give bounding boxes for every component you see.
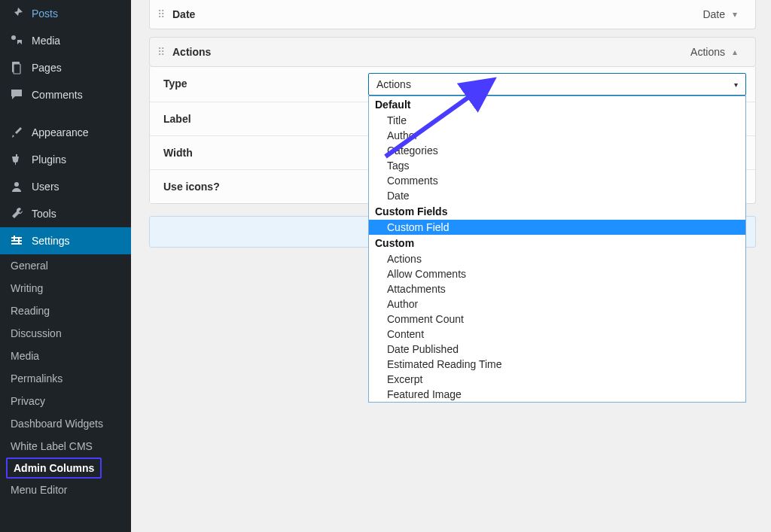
sub-dashboard-widgets[interactable]: Dashboard Widgets bbox=[0, 412, 131, 435]
sub-reading[interactable]: Reading bbox=[0, 299, 131, 322]
nav-plugins[interactable]: Plugins bbox=[0, 146, 131, 173]
svg-point-4 bbox=[14, 182, 19, 187]
config-value-type: Actions ▾ Default Title Author Categorie… bbox=[359, 67, 755, 102]
option-attachments[interactable]: Attachments bbox=[369, 281, 745, 296]
column-bar-right: Actions ▴ bbox=[690, 46, 755, 58]
sub-discussion[interactable]: Discussion bbox=[0, 322, 131, 345]
config-label-use-icons: Use icons? bbox=[150, 170, 359, 203]
nav-label: Tools bbox=[32, 208, 56, 220]
sidebar-mid-group: Appearance Plugins Users Tools Settings bbox=[0, 119, 131, 254]
optgroup-custom: Custom bbox=[369, 235, 745, 251]
option-author[interactable]: Author bbox=[369, 128, 745, 143]
page-icon bbox=[9, 60, 24, 75]
optgroup-custom-fields: Custom Fields bbox=[369, 203, 745, 220]
column-bar-label: Actions bbox=[172, 46, 690, 58]
option-tags[interactable]: Tags bbox=[369, 158, 745, 173]
nav-comments[interactable]: Comments bbox=[0, 81, 131, 108]
option-comments[interactable]: Comments bbox=[369, 173, 745, 188]
svg-rect-2 bbox=[14, 64, 20, 74]
nav-tools[interactable]: Tools bbox=[0, 200, 131, 227]
nav-appearance[interactable]: Appearance bbox=[0, 119, 131, 146]
sub-menu-editor[interactable]: Menu Editor bbox=[0, 479, 131, 501]
svg-rect-6 bbox=[11, 240, 22, 242]
svg-point-0 bbox=[11, 35, 16, 40]
nav-users[interactable]: Users bbox=[0, 173, 131, 200]
option-date[interactable]: Date bbox=[369, 188, 745, 203]
option-excerpt[interactable]: Excerpt bbox=[369, 372, 745, 387]
option-custom-field[interactable]: Custom Field bbox=[369, 220, 745, 235]
nav-label: Pages bbox=[32, 62, 62, 74]
option-content[interactable]: Content bbox=[369, 327, 745, 342]
optgroup-default: Default bbox=[369, 96, 745, 113]
option-actions[interactable]: Actions bbox=[369, 251, 745, 266]
nav-label: Media bbox=[32, 35, 60, 47]
nav-label: Users bbox=[32, 181, 59, 193]
sub-white-label-cms[interactable]: White Label CMS bbox=[0, 435, 131, 458]
option-comment-count[interactable]: Comment Count bbox=[369, 312, 745, 327]
option-featured-image[interactable]: Featured Image bbox=[369, 387, 745, 402]
sub-admin-columns[interactable]: Admin Columns bbox=[6, 458, 102, 479]
option-allow-comments[interactable]: Allow Comments bbox=[369, 266, 745, 281]
chevron-down-icon: ▾ bbox=[734, 81, 738, 89]
brush-icon bbox=[9, 125, 24, 140]
user-icon bbox=[9, 179, 24, 194]
settings-submenu: General Writing Reading Discussion Media… bbox=[0, 254, 131, 501]
admin-sidebar: Posts Media Pages Comments Appear bbox=[0, 0, 131, 532]
svg-rect-5 bbox=[11, 237, 22, 239]
type-select[interactable]: Actions ▾ bbox=[368, 73, 746, 96]
sub-privacy[interactable]: Privacy bbox=[0, 390, 131, 412]
main-content: ⠿ Date Date ▾ ⠿ Actions Actions ▴ Type A… bbox=[131, 0, 771, 532]
media-icon bbox=[9, 33, 24, 48]
comment-icon bbox=[9, 87, 24, 102]
column-bar-label: Date bbox=[172, 8, 702, 20]
column-config-panel: Type Actions ▾ Default Title Author Cate… bbox=[149, 67, 756, 204]
nav-posts[interactable]: Posts bbox=[0, 0, 131, 27]
nav-label: Appearance bbox=[32, 126, 89, 138]
sub-media[interactable]: Media bbox=[0, 345, 131, 367]
chevron-down-icon[interactable]: ▾ bbox=[733, 9, 737, 20]
drag-handle-icon[interactable]: ⠿ bbox=[150, 46, 172, 58]
svg-rect-7 bbox=[11, 243, 22, 245]
svg-rect-9 bbox=[18, 239, 20, 243]
option-categories[interactable]: Categories bbox=[369, 143, 745, 158]
row-type: Type Actions ▾ Default Title Author Cate… bbox=[150, 67, 755, 102]
option-estimated-reading-time[interactable]: Estimated Reading Time bbox=[369, 357, 745, 372]
config-label-label: Label bbox=[150, 102, 359, 135]
config-label-type: Type bbox=[150, 67, 359, 102]
nav-label: Comments bbox=[32, 89, 83, 101]
option-title[interactable]: Title bbox=[369, 113, 745, 128]
menu-separator bbox=[0, 108, 131, 119]
svg-rect-8 bbox=[14, 236, 15, 240]
option-date-published[interactable]: Date Published bbox=[369, 342, 745, 357]
wrench-icon bbox=[9, 206, 24, 221]
pin-icon bbox=[9, 6, 24, 21]
nav-settings[interactable]: Settings bbox=[0, 227, 131, 254]
nav-media[interactable]: Media bbox=[0, 27, 131, 54]
nav-pages[interactable]: Pages bbox=[0, 54, 131, 81]
sub-general[interactable]: General bbox=[0, 254, 131, 277]
select-value: Actions bbox=[376, 78, 411, 90]
settings-icon bbox=[9, 233, 24, 248]
nav-label: Settings bbox=[32, 235, 70, 247]
chevron-up-icon[interactable]: ▴ bbox=[733, 47, 737, 57]
sub-writing[interactable]: Writing bbox=[0, 277, 131, 299]
column-bar-date[interactable]: ⠿ Date Date ▾ bbox=[149, 0, 756, 29]
nav-label: Plugins bbox=[32, 154, 66, 166]
config-label-width: Width bbox=[150, 136, 359, 169]
sub-permalinks[interactable]: Permalinks bbox=[0, 367, 131, 390]
plug-icon bbox=[9, 152, 24, 167]
column-bar-right: Date ▾ bbox=[702, 8, 755, 20]
option-author2[interactable]: Author bbox=[369, 296, 745, 312]
drag-handle-icon[interactable]: ⠿ bbox=[150, 8, 172, 20]
sidebar-top-group: Posts Media Pages Comments bbox=[0, 0, 131, 108]
type-dropdown[interactable]: Default Title Author Categories Tags Com… bbox=[368, 96, 746, 403]
nav-label: Posts bbox=[32, 8, 58, 20]
column-bar-actions[interactable]: ⠿ Actions Actions ▴ bbox=[149, 37, 756, 67]
